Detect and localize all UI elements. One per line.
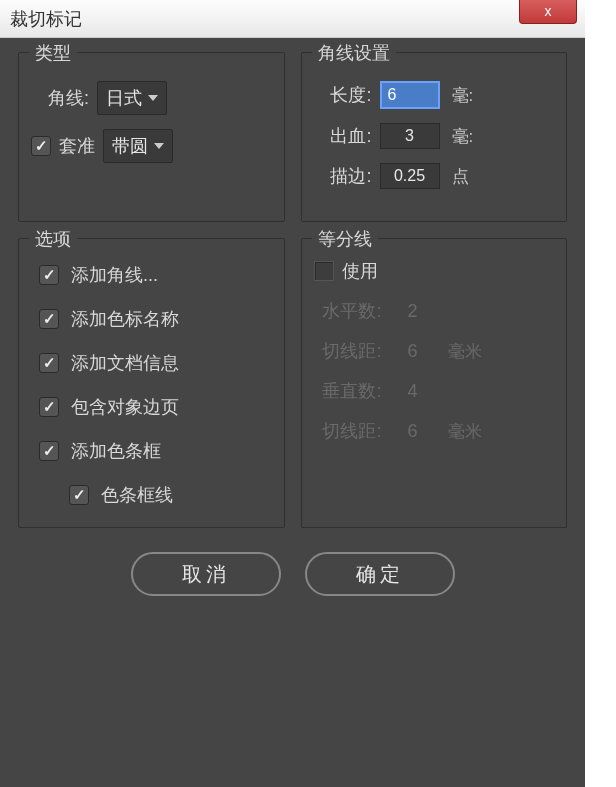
option-row: 添加文档信息	[31, 341, 272, 385]
registration-style-select[interactable]: 带圆	[103, 129, 173, 163]
colorbar-lines-checkbox[interactable]	[69, 485, 89, 505]
registration-checkbox[interactable]	[31, 136, 51, 156]
corner-settings-legend: 角线设置	[312, 41, 396, 65]
close-button[interactable]: x	[519, 0, 577, 24]
hcount-label: 水平数:	[314, 299, 382, 323]
option-label: 添加色条框	[71, 439, 161, 463]
option-label: 色条框线	[101, 483, 173, 507]
option-row: 添加角线...	[31, 253, 272, 297]
add-colorbar-checkbox[interactable]	[39, 441, 59, 461]
add-doc-info-checkbox[interactable]	[39, 353, 59, 373]
chevron-down-icon	[148, 95, 158, 101]
corner-style-value: 日式	[106, 86, 142, 110]
corner-label: 角线:	[31, 86, 89, 110]
vcount-label: 垂直数:	[314, 379, 382, 403]
length-unit: 毫:	[452, 84, 474, 107]
chevron-down-icon	[154, 143, 164, 149]
type-group: 类型 角线: 日式 套准 带圆	[18, 52, 285, 222]
option-row: 添加色标名称	[31, 297, 272, 341]
hgap-label: 切线距:	[314, 339, 382, 363]
corner-style-select[interactable]: 日式	[97, 81, 167, 115]
options-legend: 选项	[29, 227, 77, 251]
titlebar: 裁切标记 x	[0, 0, 585, 38]
type-legend: 类型	[29, 41, 77, 65]
cancel-button[interactable]: 取消	[131, 552, 281, 596]
option-label: 添加文档信息	[71, 351, 179, 375]
bleed-input[interactable]: 3	[380, 123, 440, 149]
hcount-value: 2	[390, 301, 436, 322]
length-input[interactable]: 6	[380, 81, 440, 109]
use-divider-label: 使用	[342, 259, 378, 283]
option-row: 色条框线	[31, 473, 272, 517]
option-row: 包含对象边页	[31, 385, 272, 429]
corner-settings-group: 角线设置 长度: 6 毫: 出血: 3 毫: 描边: 0.25 点	[301, 52, 568, 222]
divider-legend: 等分线	[312, 227, 378, 251]
option-row: 添加色条框	[31, 429, 272, 473]
hgap-value: 6	[390, 341, 436, 362]
hgap-unit: 毫米	[448, 340, 482, 363]
vgap-value: 6	[390, 421, 436, 442]
cancel-label: 取消	[182, 561, 230, 588]
use-divider-checkbox[interactable]	[314, 261, 334, 281]
stroke-input[interactable]: 0.25	[380, 163, 440, 189]
add-swatch-name-checkbox[interactable]	[39, 309, 59, 329]
divider-group: 等分线 使用 水平数: 2 切线距: 6 毫米 垂直数: 4	[301, 238, 568, 528]
stroke-label: 描边:	[314, 164, 372, 188]
bleed-unit: 毫:	[452, 125, 474, 148]
add-corner-checkbox[interactable]	[39, 265, 59, 285]
close-icon: x	[545, 3, 552, 19]
ok-button[interactable]: 确定	[305, 552, 455, 596]
bleed-label: 出血:	[314, 124, 372, 148]
vcount-value: 4	[390, 381, 436, 402]
vgap-unit: 毫米	[448, 420, 482, 443]
ok-label: 确定	[356, 561, 404, 588]
registration-label: 套准	[59, 134, 95, 158]
length-label: 长度:	[314, 83, 372, 107]
stroke-unit: 点	[452, 165, 469, 188]
option-label: 添加色标名称	[71, 307, 179, 331]
options-group: 选项 添加角线... 添加色标名称 添加文档信息 包含对象边页	[18, 238, 285, 528]
vgap-label: 切线距:	[314, 419, 382, 443]
window-title: 裁切标记	[10, 7, 82, 31]
option-label: 添加角线...	[71, 263, 158, 287]
option-label: 包含对象边页	[71, 395, 179, 419]
registration-style-value: 带圆	[112, 134, 148, 158]
include-bounds-checkbox[interactable]	[39, 397, 59, 417]
